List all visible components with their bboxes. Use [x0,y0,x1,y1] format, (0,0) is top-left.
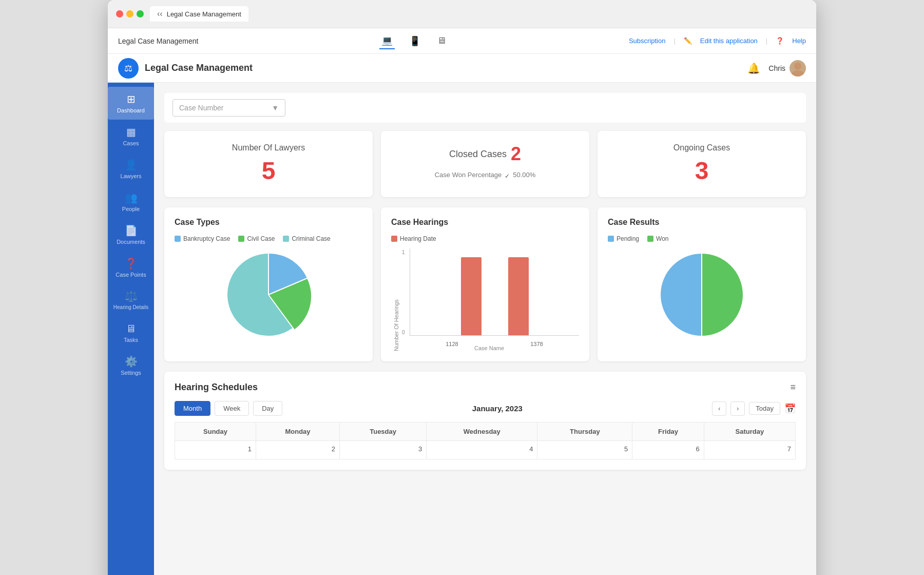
sidebar-item-settings[interactable]: ⚙️ Settings [108,349,154,382]
legend-won: Won [647,235,668,242]
day-4[interactable]: 4 [427,441,537,459]
won-color [647,236,653,242]
app-logo: ⚖ Legal Case Management [118,58,253,79]
help-link[interactable]: Help [792,37,806,45]
ongoing-value: 3 [610,157,794,185]
sidebar-item-cases[interactable]: ▦ Cases [108,120,154,152]
day-1[interactable]: 1 [175,441,256,459]
app-bar: Legal Case Management 💻 📱 🖥 Subscription… [108,28,816,54]
edit-application-link[interactable]: Edit this application [700,37,758,45]
case-number-dropdown[interactable]: Case Number ▼ [172,99,285,117]
back-icon[interactable]: ‹‹ [157,9,163,18]
calendar-picker-icon[interactable]: 📅 [784,403,796,414]
lawyers-icon: 👤 [125,159,138,171]
browser-tab[interactable]: ‹‹ Legal Case Management [150,6,248,22]
calendar-header: Sunday Monday Tuesday Wednesday Thursday… [175,423,796,441]
week-tab[interactable]: Week [215,401,249,416]
sidebar-item-dashboard[interactable]: ⊞ Dashboard [108,87,154,120]
case-results-pie [608,248,796,341]
closed-cases-header: Closed Cases 2 [393,143,577,165]
chart-axes: 1 0 [410,248,579,336]
notification-icon[interactable]: 🔔 [747,62,760,74]
app-header: ⚖ Legal Case Management 🔔 Chris [108,54,816,83]
legend-civil: Civil Case [238,235,275,242]
hearing-title: Hearing Schedules [175,382,258,393]
case-results-title: Case Results [608,218,796,227]
civil-color [238,236,244,242]
tab-label: Legal Case Management [167,10,241,18]
sidebar-item-lawyers[interactable]: 👤 Lawyers [108,152,154,185]
calendar-nav: ‹ › Today 📅 [712,401,796,416]
month-tab[interactable]: Month [175,401,210,416]
avatar [790,60,806,76]
monday-header: Monday [256,423,340,441]
maximize-button[interactable] [137,10,144,17]
edit-divider: | [673,37,675,45]
case-points-icon: ❓ [125,257,138,270]
sidebar-label-case-points: Case Points [116,272,146,278]
ongoing-cases-stat-card: Ongoing Cases 3 [598,131,806,197]
calendar-table: Sunday Monday Tuesday Wednesday Thursday… [175,422,796,459]
sidebar-item-documents[interactable]: 📄 Documents [108,218,154,251]
svg-point-0 [794,63,801,70]
day-3[interactable]: 3 [340,441,427,459]
next-month-button[interactable]: › [730,401,745,416]
sunday-header: Sunday [175,423,256,441]
win-percentage: 50.00% [513,171,535,179]
sidebar-item-case-points[interactable]: ❓ Case Points [108,251,154,284]
x-label-1378: 1378 [530,341,543,347]
edit-icon: ✏️ [684,37,692,45]
subscription-link[interactable]: Subscription [629,37,666,45]
sidebar-item-hearing-details[interactable]: ⚖️ Hearing Details [108,284,154,317]
cases-icon: ▦ [126,126,136,138]
tuesday-header: Tuesday [340,423,427,441]
tablet-icon[interactable]: 📱 [407,33,422,49]
chevron-down-icon: ▼ [272,104,279,112]
close-button[interactable] [116,10,123,17]
closed-count: 2 [511,143,521,165]
lawyers-value: 5 [177,157,360,185]
case-results-legend: Pending Won [608,235,796,242]
lawyers-stat-card: Number Of Lawyers 5 [164,131,373,197]
y-axis-label: Number Of Hearings [391,248,399,351]
day-7[interactable]: 7 [704,441,795,459]
day-5[interactable]: 5 [537,441,632,459]
today-button[interactable]: Today [749,402,780,415]
dashboard-icon: ⊞ [127,93,136,105]
day-6[interactable]: 6 [632,441,704,459]
thursday-header: Thursday [537,423,632,441]
sidebar-item-people[interactable]: 👥 People [108,185,154,218]
saturday-header: Saturday [704,423,795,441]
check-icon: ✓ [505,172,510,180]
y-max-label: 1 [402,250,405,255]
controls-bar: Month Week Day January, 2023 ‹ › Today 📅 [175,401,796,416]
day-tab[interactable]: Day [253,401,282,416]
day-2[interactable]: 2 [256,441,340,459]
help-divider: | [766,37,767,45]
svg-point-1 [792,70,804,76]
won-label: Won [656,235,668,242]
logo-icon: ⚖ [118,58,139,79]
closed-label: Closed Cases [449,149,507,160]
case-types-legend: Bankruptcy Case Civil Case Criminal Case [175,235,362,242]
hamburger-icon[interactable]: ≡ [790,382,796,393]
case-won-label: Case Won Percentage [435,171,502,179]
days-header-row: Sunday Monday Tuesday Wednesday Thursday… [175,423,796,441]
prev-month-button[interactable]: ‹ [712,401,726,416]
case-hearings-legend: Hearing Date [391,235,579,242]
sidebar-label-people: People [122,206,140,212]
app-bar-right: Subscription | ✏️ Edit this application … [629,37,806,45]
view-tabs: Month Week Day [175,401,282,416]
case-results-chart: Case Results Pending Won [598,207,806,361]
sidebar-label-dashboard: Dashboard [117,107,145,113]
calendar-body: 1 2 3 4 5 6 7 [175,441,796,459]
pending-color [608,236,614,242]
minimize-button[interactable] [126,10,133,17]
desktop-icon[interactable]: 💻 [379,33,395,49]
user-name: Chris [768,64,785,72]
sidebar-item-tasks[interactable]: 🖥 Tasks [108,317,154,349]
friday-header: Friday [632,423,704,441]
closed-cases-stat-card: Closed Cases 2 Case Won Percentage ✓ 50.… [381,131,589,197]
civil-label: Civil Case [247,235,275,242]
monitor-icon[interactable]: 🖥 [435,33,448,48]
